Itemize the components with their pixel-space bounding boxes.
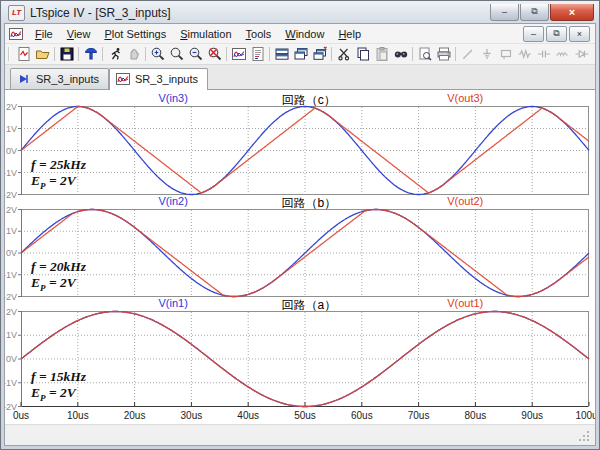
cascade-windows-icon <box>293 46 309 62</box>
spice-netlist-icon <box>250 46 266 62</box>
resistor-button <box>515 45 534 63</box>
svg-text:0V: 0V <box>6 248 17 258</box>
mdi-restore-icon: ⧉ <box>553 28 559 39</box>
menu-simulation[interactable]: Simulation <box>173 26 238 42</box>
halt-icon <box>126 46 142 62</box>
find-icon <box>393 46 409 62</box>
mdi-restore-button[interactable]: ⧉ <box>546 26 567 42</box>
tab-bar: SR_3_inputs SR_3_inputs <box>5 65 595 90</box>
find-button[interactable] <box>391 45 410 63</box>
trace-label-vout1[interactable]: V(out1) <box>447 297 483 309</box>
status-bar <box>5 424 595 445</box>
svg-text:1V: 1V <box>6 124 17 134</box>
svg-text:40us: 40us <box>237 410 259 421</box>
toolbar-separator <box>455 47 456 61</box>
minimize-button[interactable]: – <box>490 4 519 21</box>
svg-text:0V: 0V <box>6 146 17 156</box>
trace-label-vin1[interactable]: V(in1) <box>158 297 187 309</box>
trace-label-vin2[interactable]: V(in2) <box>158 195 187 207</box>
tile-horizontal-icon <box>274 46 290 62</box>
zoom-in-icon <box>150 46 166 62</box>
svg-text:10us: 10us <box>67 410 89 421</box>
mdi-close-button[interactable]: × <box>569 26 590 42</box>
zoom-extents-button[interactable] <box>205 45 224 63</box>
pane-c-header: V(in3) 回路（c） V(out3) <box>5 92 595 106</box>
cascade-windows-button[interactable] <box>291 45 310 63</box>
plot-pane-b: V(in2) 回路（b） V(out2) 2V1V0V-1V-2V f = 20… <box>5 195 595 297</box>
toolbar-grip[interactable] <box>8 47 10 61</box>
menu-window[interactable]: Window <box>278 26 331 42</box>
svg-text:-1V: -1V <box>4 168 17 178</box>
zoom-back-button[interactable] <box>167 45 186 63</box>
menu-help[interactable]: Help <box>331 26 368 42</box>
svg-text:0V: 0V <box>6 354 17 364</box>
save-button[interactable] <box>57 45 76 63</box>
new-schematic-button[interactable] <box>14 45 33 63</box>
component-button <box>591 45 595 63</box>
mdi-minimize-icon: – <box>531 29 536 39</box>
menu-view[interactable]: View <box>60 26 98 42</box>
pane-b-annotation: f = 20kHz EP = 2V <box>31 259 86 296</box>
diode-button <box>572 45 591 63</box>
pane-c-annotation: f = 25kHz EP = 2V <box>31 157 86 194</box>
svg-text:60us: 60us <box>351 410 373 421</box>
restore-button[interactable]: ⧉ <box>520 4 549 21</box>
mdi-minimize-button[interactable]: – <box>523 26 544 42</box>
minimize-icon: – <box>502 7 507 17</box>
menu-file[interactable]: File <box>28 26 60 42</box>
close-button[interactable]: × <box>550 4 594 21</box>
plot-a-canvas[interactable]: 2V1V0V-1V-2V0us10us20us30us40us50us60us7… <box>5 311 595 424</box>
svg-text:0us: 0us <box>13 410 29 421</box>
menu-tools[interactable]: Tools <box>239 26 279 42</box>
diode-icon <box>574 46 590 62</box>
plot-pane-c: V(in3) 回路（c） V(out3) 2V1V0V-1V-2V f = 25… <box>5 92 595 195</box>
toolbar-separator <box>226 47 227 61</box>
arrange-windows-icon <box>312 46 328 62</box>
toolbar-separator <box>54 47 55 61</box>
copy-icon <box>355 46 371 62</box>
toolbar-separator <box>145 47 146 61</box>
control-panel-button[interactable] <box>81 45 100 63</box>
plot-b-canvas[interactable]: 2V1V0V-1V-2V <box>5 209 595 297</box>
ltspice-window: LT LTspice IV - [SR_3_inputs] – ⧉ × File… <box>0 0 600 450</box>
plot-c-canvas[interactable]: 2V1V0V-1V-2V <box>5 106 595 195</box>
open-button[interactable] <box>33 45 52 63</box>
waveform-pane-icon <box>231 46 247 62</box>
waveform-pane-button[interactable] <box>229 45 248 63</box>
print-preview-button[interactable] <box>415 45 434 63</box>
tile-horizontal-button[interactable] <box>272 45 291 63</box>
window-title: LTspice IV - [SR_3_inputs] <box>30 6 484 20</box>
trace-label-vout3[interactable]: V(out3) <box>447 92 483 104</box>
resize-grip[interactable] <box>578 430 591 445</box>
pane-c-title: 回路（c） <box>282 92 336 109</box>
svg-text:30us: 30us <box>181 410 203 421</box>
restore-icon: ⧉ <box>531 6 537 17</box>
trace-label-vout2[interactable]: V(out2) <box>447 195 483 207</box>
cut-icon <box>336 46 352 62</box>
menu-plot-settings[interactable]: Plot Settings <box>97 26 173 42</box>
inductor-icon <box>555 46 571 62</box>
label-button <box>496 45 515 63</box>
print-icon <box>436 46 452 62</box>
trace-label-vin3[interactable]: V(in3) <box>158 92 187 104</box>
title-bar: LT LTspice IV - [SR_3_inputs] – ⧉ × <box>4 1 596 23</box>
toolbar-separator <box>331 47 332 61</box>
svg-text:-1V: -1V <box>4 378 17 388</box>
arrange-windows-button[interactable] <box>310 45 329 63</box>
zoom-out-button[interactable] <box>186 45 205 63</box>
print-button[interactable] <box>434 45 453 63</box>
zoom-in-button[interactable] <box>148 45 167 63</box>
svg-text:1V: 1V <box>6 226 17 236</box>
svg-text:50us: 50us <box>294 410 316 421</box>
tab-waveform-sr-3-inputs[interactable]: SR_3_inputs <box>109 68 208 90</box>
cut-button[interactable] <box>334 45 353 63</box>
spice-netlist-button[interactable] <box>248 45 267 63</box>
menu-bar: FileViewPlot SettingsSimulationToolsWind… <box>5 24 595 44</box>
waveform-viewer: V(in3) 回路（c） V(out3) 2V1V0V-1V-2V f = 25… <box>5 90 595 424</box>
copy-button[interactable] <box>353 45 372 63</box>
tab-schematic-sr-3-inputs[interactable]: SR_3_inputs <box>10 68 109 89</box>
toolbar-separator <box>78 47 79 61</box>
run-button[interactable] <box>105 45 124 63</box>
svg-text:80us: 80us <box>465 410 487 421</box>
resistor-icon <box>517 46 533 62</box>
